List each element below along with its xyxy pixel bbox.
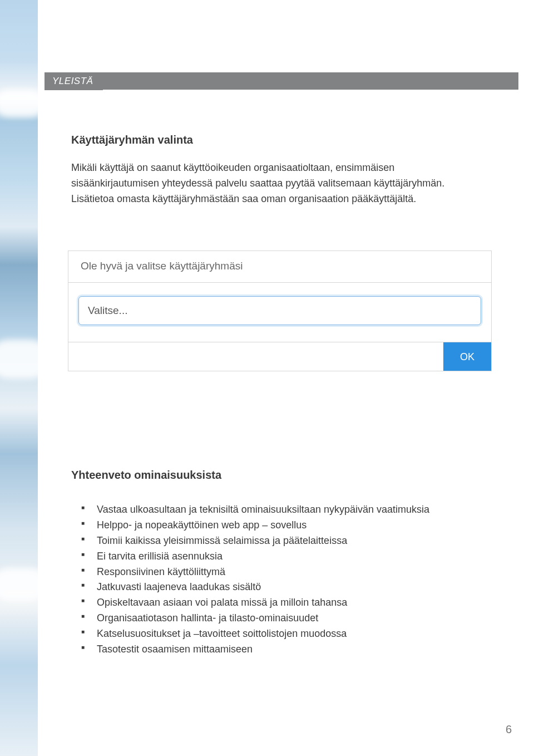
list-item: Tasotestit osaamisen mittaamiseen xyxy=(97,642,481,657)
sky-sidebar xyxy=(0,0,38,756)
ok-button[interactable]: OK xyxy=(443,342,491,371)
heading-user-group-selection: Käyttäjäryhmän valinta xyxy=(71,134,193,146)
list-item: Helppo- ja nopeakäyttöinen web app – sov… xyxy=(97,518,481,533)
dialog-title: Ole hyvä ja valitse käyttäjäryhmäsi xyxy=(68,251,491,283)
list-item: Organisaatiotason hallinta- ja tilasto-o… xyxy=(97,611,481,626)
cloud-decoration xyxy=(0,89,44,117)
intro-paragraph: Mikäli käyttäjä on saanut käyttöoikeuden… xyxy=(71,160,481,207)
feature-list: Vastaa ulkoasultaan ja teknisiltä ominai… xyxy=(97,502,481,657)
user-group-dialog: Ole hyvä ja valitse käyttäjäryhmäsi Vali… xyxy=(68,251,492,371)
user-group-select[interactable]: Valitse... xyxy=(78,296,481,325)
list-item: Responsiivinen käyttöliittymä xyxy=(97,564,481,580)
list-item: Opiskeltavaan asiaan voi palata missä ja… xyxy=(97,595,481,611)
heading-feature-summary: Yhteenveto ominaisuuksista xyxy=(71,469,221,482)
section-header-bar xyxy=(96,72,518,90)
dialog-footer: OK xyxy=(68,342,491,371)
dialog-body: Valitse... xyxy=(68,283,491,342)
cloud-decoration xyxy=(0,568,47,601)
list-item: Vastaa ulkoasultaan ja teknisiltä ominai… xyxy=(97,502,481,518)
cloud-decoration xyxy=(0,340,50,379)
list-item: Katselusuositukset ja –tavoitteet soitto… xyxy=(97,626,481,642)
page-number: 6 xyxy=(506,723,512,736)
list-item: Jatkuvasti laajeneva laadukas sisältö xyxy=(97,580,481,595)
section-label: YLEISTÄ xyxy=(44,72,103,90)
list-item: Toimii kaikissa yleisimmissä selaimissa … xyxy=(97,533,481,549)
list-item: Ei tarvita erillisiä asennuksia xyxy=(97,549,481,564)
